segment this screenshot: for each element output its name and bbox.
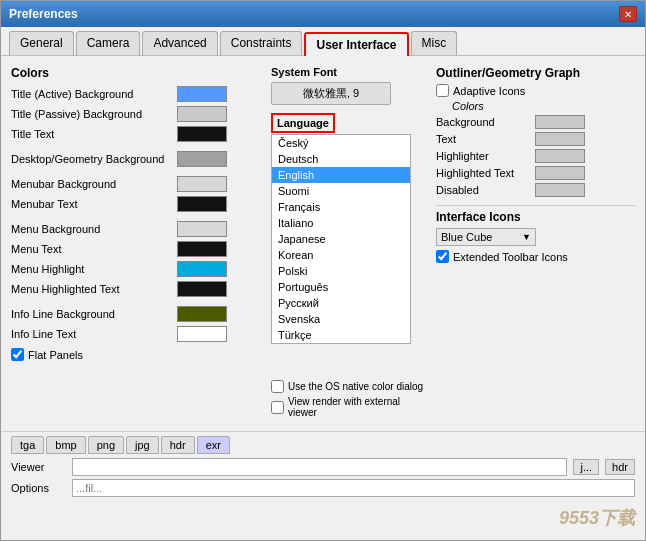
adaptive-icons-checkbox[interactable] [436, 84, 449, 97]
color-row-menu-highlighted-text: Menu Highlighted Text [11, 281, 261, 297]
watermark: 9553下载 [559, 506, 635, 530]
lang-item-italiano[interactable]: Italiano [272, 215, 410, 231]
file-tab-tga[interactable]: tga [11, 436, 44, 454]
view-render-row: View render with external viewer [271, 396, 426, 418]
extended-toolbar-checkbox[interactable] [436, 250, 449, 263]
file-tab-jpg[interactable]: jpg [126, 436, 159, 454]
outliner-bg-swatch[interactable] [535, 115, 585, 129]
color-row-infoline-text: Info Line Text [11, 326, 261, 342]
color-label-menubar-text: Menubar Text [11, 198, 171, 210]
lang-item-suomi[interactable]: Suomi [272, 183, 410, 199]
color-label-desktop: Desktop/Geometry Background [11, 153, 171, 165]
native-color-row: Use the OS native color dialog [271, 380, 426, 393]
color-row-menu-text: Menu Text [11, 241, 261, 257]
tab-misc[interactable]: Misc [411, 31, 458, 55]
color-row-menu-highlight: Menu Highlight [11, 261, 261, 277]
lang-item-korean[interactable]: Korean [272, 247, 410, 263]
left-panel: Colors Title (Active) Background Title (… [11, 66, 261, 421]
lang-item-portugues[interactable]: Português [272, 279, 410, 295]
outliner-text-swatch[interactable] [535, 132, 585, 146]
outliner-colors-section: Colors Background Text Highlighter Highl… [436, 100, 635, 197]
viewer-btn1[interactable]: j... [573, 459, 599, 475]
flat-panels-checkbox[interactable] [11, 348, 24, 361]
flat-panels-row: Flat Panels [11, 348, 261, 361]
lang-item-svenska[interactable]: Svenska [272, 311, 410, 327]
color-swatch-title-active[interactable] [177, 86, 227, 102]
lang-item-deutsch[interactable]: Deutsch [272, 151, 410, 167]
file-tab-hdr[interactable]: hdr [161, 436, 195, 454]
color-swatch-menubar-bg[interactable] [177, 176, 227, 192]
file-tab-png[interactable]: png [88, 436, 124, 454]
tab-camera[interactable]: Camera [76, 31, 141, 55]
color-label-menu-highlighted-text: Menu Highlighted Text [11, 283, 171, 295]
icon-dropdown-arrow: ▼ [522, 232, 531, 242]
file-tab-exr[interactable]: exr [197, 436, 230, 454]
tab-constraints[interactable]: Constraints [220, 31, 303, 55]
color-row-menubar-bg: Menubar Background [11, 176, 261, 192]
lang-item-russian[interactable]: Русский [272, 295, 410, 311]
outliner-bg-label: Background [436, 116, 531, 128]
color-row-menubar-text: Menubar Text [11, 196, 261, 212]
outliner-bg-row: Background [436, 115, 635, 129]
close-button[interactable]: ✕ [619, 6, 637, 22]
flat-panels-label: Flat Panels [28, 349, 83, 361]
color-swatch-menubar-text[interactable] [177, 196, 227, 212]
color-label-menu-highlight: Menu Highlight [11, 263, 171, 275]
native-color-label: Use the OS native color dialog [288, 381, 423, 392]
lang-item-turkce[interactable]: Türkçe [272, 327, 410, 343]
right-panel: Outliner/Geometry Graph Adaptive Icons C… [436, 66, 635, 421]
color-swatch-title-text[interactable] [177, 126, 227, 142]
color-swatch-menu-bg[interactable] [177, 221, 227, 237]
color-label-title-text: Title Text [11, 128, 171, 140]
color-swatch-desktop[interactable] [177, 151, 227, 167]
outliner-disabled-swatch[interactable] [535, 183, 585, 197]
outliner-disabled-label: Disabled [436, 184, 531, 196]
color-swatch-infoline-bg[interactable] [177, 306, 227, 322]
file-tabs-row: tga bmp png jpg hdr exr [11, 436, 635, 454]
language-label: Language [271, 113, 335, 133]
options-input[interactable] [72, 479, 635, 497]
color-label-infoline-bg: Info Line Background [11, 308, 171, 320]
tab-advanced[interactable]: Advanced [142, 31, 217, 55]
outliner-highlighter-row: Highlighter [436, 149, 635, 163]
icon-style-selected: Blue Cube [441, 231, 492, 243]
tab-general[interactable]: General [9, 31, 74, 55]
lang-item-cesky[interactable]: Český [272, 135, 410, 151]
options-label: Options [11, 482, 66, 494]
color-swatch-menu-highlighted-text[interactable] [177, 281, 227, 297]
lang-item-simplified-chinese[interactable]: Simplified Chinese [272, 343, 410, 344]
icon-style-dropdown[interactable]: Blue Cube ▼ [436, 228, 536, 246]
native-color-checkbox[interactable] [271, 380, 284, 393]
title-bar-controls: ✕ [619, 6, 637, 22]
outliner-text-row: Text [436, 132, 635, 146]
outliner-section-title: Outliner/Geometry Graph [436, 66, 635, 80]
options-row: Options [11, 479, 635, 497]
middle-panel: System Font 微软雅黑, 9 Language English ▼ Č… [271, 66, 426, 421]
outliner-highlighted-text-swatch[interactable] [535, 166, 585, 180]
lang-item-polski[interactable]: Polski [272, 263, 410, 279]
viewer-input[interactable] [72, 458, 567, 476]
color-swatch-menu-text[interactable] [177, 241, 227, 257]
viewer-btn2[interactable]: hdr [605, 459, 635, 475]
tab-user-interface[interactable]: User Interface [304, 32, 408, 56]
title-bar: Preferences ✕ [1, 1, 645, 27]
file-tab-bmp[interactable]: bmp [46, 436, 85, 454]
language-dropdown-list: Český Deutsch English Suomi Français Ita… [271, 134, 411, 344]
outliner-disabled-row: Disabled [436, 183, 635, 197]
lang-item-francais[interactable]: Français [272, 199, 410, 215]
main-content: Colors Title (Active) Background Title (… [1, 56, 645, 431]
colors-section-title: Colors [11, 66, 261, 80]
lang-item-english[interactable]: English [272, 167, 410, 183]
adaptive-icons-row: Adaptive Icons [436, 84, 635, 97]
color-swatch-title-passive[interactable] [177, 106, 227, 122]
outliner-highlighter-swatch[interactable] [535, 149, 585, 163]
outliner-text-label: Text [436, 133, 531, 145]
color-row-title-text: Title Text [11, 126, 261, 142]
font-button[interactable]: 微软雅黑, 9 [271, 82, 391, 105]
color-swatch-menu-highlight[interactable] [177, 261, 227, 277]
view-render-checkbox[interactable] [271, 401, 284, 414]
system-font-title: System Font [271, 66, 426, 78]
color-label-title-passive: Title (Passive) Background [11, 108, 171, 120]
lang-item-japanese[interactable]: Japanese [272, 231, 410, 247]
color-swatch-infoline-text[interactable] [177, 326, 227, 342]
